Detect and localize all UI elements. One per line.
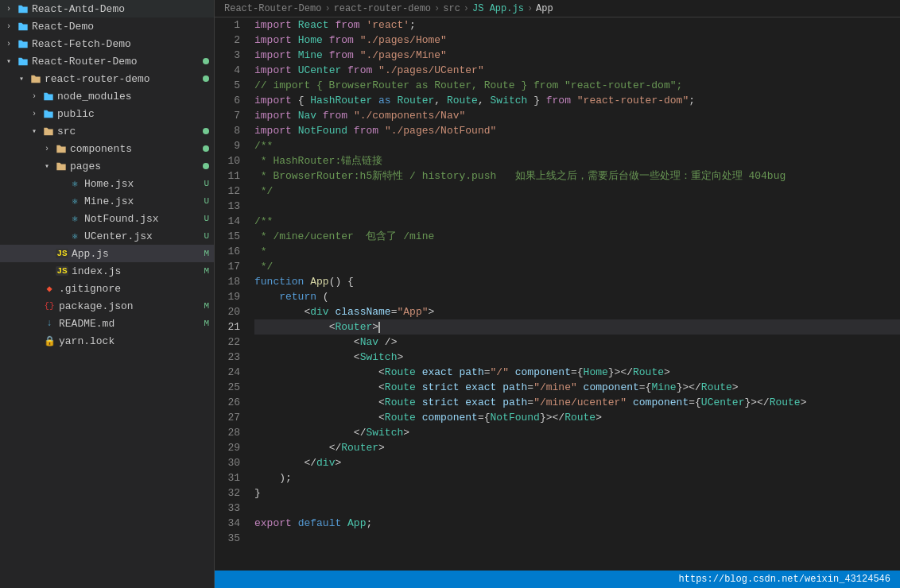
code-line: <Route component={NotFound}></Route> xyxy=(254,410,900,425)
code-line: <Switch> xyxy=(254,350,900,365)
line-number: 34 xyxy=(215,516,240,531)
breadcrumb-part: react-router-demo xyxy=(334,3,431,14)
sidebar-item-react-router-demo[interactable]: ▾react-router-demo xyxy=(0,70,214,87)
line-number: 21 xyxy=(215,319,240,335)
code-line: // import { BrowserRouter as Router, Rou… xyxy=(254,78,900,93)
code-line xyxy=(254,531,900,546)
line-number: 18 xyxy=(215,274,240,289)
code-content[interactable]: import React from 'react';import Home fr… xyxy=(248,17,900,571)
code-line: import Mine from "./pages/Mine" xyxy=(254,48,900,63)
code-line: */ xyxy=(254,184,900,199)
line-number: 10 xyxy=(215,153,240,168)
line-number: 22 xyxy=(215,335,240,350)
line-number: 3 xyxy=(215,48,240,63)
breadcrumb-part: src xyxy=(443,3,460,14)
line-number: 8 xyxy=(215,123,240,138)
line-number: 4 xyxy=(215,63,240,78)
statusbar: https://blog.csdn.net/weixin_43124546 xyxy=(215,571,900,588)
code-line: import React from 'react'; xyxy=(254,17,900,33)
line-number: 30 xyxy=(215,455,240,470)
line-number: 35 xyxy=(215,531,240,546)
code-line: </div> xyxy=(254,455,900,470)
line-number: 31 xyxy=(215,470,240,485)
breadcrumb-part: App xyxy=(536,3,553,14)
code-line: * /mine/ucenter 包含了 /mine xyxy=(254,229,900,244)
line-number: 13 xyxy=(215,199,240,214)
line-number: 27 xyxy=(215,410,240,425)
code-line: /** xyxy=(254,138,900,153)
code-line: <Route exact path="/" component={Home}><… xyxy=(254,365,900,380)
line-number: 6 xyxy=(215,93,240,108)
line-number: 11 xyxy=(215,168,240,184)
code-line: </Switch> xyxy=(254,425,900,440)
code-line: <Router> xyxy=(254,319,900,335)
code-line: <Route strict exact path="/mine" compone… xyxy=(254,380,900,395)
line-number: 20 xyxy=(215,304,240,319)
code-line: } xyxy=(254,485,900,501)
code-line: import { HashRouter as Router, Route, Sw… xyxy=(254,93,900,108)
line-number: 17 xyxy=(215,259,240,274)
line-number: 12 xyxy=(215,184,240,199)
line-number: 33 xyxy=(215,501,240,516)
line-number: 23 xyxy=(215,350,240,365)
sidebar-item-app-js[interactable]: JSApp.jsM xyxy=(0,245,214,262)
editor: React-Router-Demo › react-router-demo › … xyxy=(215,0,900,588)
code-line: export default App; xyxy=(254,516,900,531)
line-number: 7 xyxy=(215,108,240,123)
line-number: 19 xyxy=(215,289,240,304)
sidebar-item-mine-jsx[interactable]: ⚛Mine.jsxU xyxy=(0,192,214,210)
code-line xyxy=(254,501,900,516)
breadcrumb-part: JS App.js xyxy=(472,3,524,14)
code-area: 1234567891011121314151617181920212223242… xyxy=(215,17,900,571)
line-number: 25 xyxy=(215,380,240,395)
sidebar-item-components[interactable]: ›components xyxy=(0,140,214,157)
code-line: <div className="App"> xyxy=(254,304,900,319)
breadcrumb: React-Router-Demo › react-router-demo › … xyxy=(215,0,900,17)
line-number: 2 xyxy=(215,33,240,48)
code-line: </Router> xyxy=(254,440,900,455)
code-line: * xyxy=(254,244,900,259)
sidebar-item-readme-md[interactable]: ↓README.mdM xyxy=(0,315,214,332)
line-number: 14 xyxy=(215,214,240,229)
sidebar-item-node_modules[interactable]: ›node_modules xyxy=(0,87,214,105)
line-number: 32 xyxy=(215,485,240,501)
sidebar-item-src[interactable]: ▾src xyxy=(0,122,214,140)
code-line: ); xyxy=(254,470,900,485)
code-line xyxy=(254,199,900,214)
code-line: import NotFound from "./pages/NotFound" xyxy=(254,123,900,138)
statusbar-url: https://blog.csdn.net/weixin_43124546 xyxy=(679,574,890,585)
line-number: 16 xyxy=(215,244,240,259)
sidebar-item-ucenter-jsx[interactable]: ⚛UCenter.jsxU xyxy=(0,227,214,245)
cursor xyxy=(378,322,380,333)
sidebar-item-notfound-jsx[interactable]: ⚛NotFound.jsxU xyxy=(0,210,214,227)
code-line: <Nav /> xyxy=(254,335,900,350)
sidebar-item-gitignore[interactable]: ◆.gitignore xyxy=(0,280,214,297)
code-line: */ xyxy=(254,259,900,274)
code-line: return ( xyxy=(254,289,900,304)
sidebar-item-yarn-lock[interactable]: 🔒yarn.lock xyxy=(0,332,214,350)
line-numbers: 1234567891011121314151617181920212223242… xyxy=(215,17,248,571)
sidebar-item-react-demo[interactable]: ›React-Demo xyxy=(0,17,214,35)
line-number: 28 xyxy=(215,425,240,440)
sidebar-item-home-jsx[interactable]: ⚛Home.jsxU xyxy=(0,175,214,192)
line-number: 24 xyxy=(215,365,240,380)
code-line: import Nav from "./components/Nav" xyxy=(254,108,900,123)
sidebar-item-react-fetch-demo[interactable]: ›React-Fetch-Demo xyxy=(0,35,214,52)
line-number: 1 xyxy=(215,17,240,33)
line-number: 9 xyxy=(215,138,240,153)
code-line: import UCenter from "./pages/UCenter" xyxy=(254,63,900,78)
code-line: function App() { xyxy=(254,274,900,289)
code-line: * HashRouter:锚点链接 xyxy=(254,153,900,168)
line-number: 5 xyxy=(215,78,240,93)
sidebar-item-react-router-demo-root[interactable]: ▾React-Router-Demo xyxy=(0,52,214,70)
breadcrumb-part: React-Router-Demo xyxy=(224,3,321,14)
line-number: 26 xyxy=(215,395,240,410)
line-number: 15 xyxy=(215,229,240,244)
code-line: <Route strict exact path="/mine/ucenter"… xyxy=(254,395,900,410)
code-line: * BrowserRouter:h5新特性 / history.push 如果上… xyxy=(254,168,900,184)
sidebar-item-public[interactable]: ›public xyxy=(0,105,214,122)
sidebar-item-package-json[interactable]: {} package.jsonM xyxy=(0,297,214,315)
sidebar-item-react-antd-demo[interactable]: ›React-Antd-Demo xyxy=(0,0,214,17)
sidebar-item-index-js[interactable]: JSindex.jsM xyxy=(0,262,214,280)
sidebar-item-pages[interactable]: ▾pages xyxy=(0,157,214,175)
